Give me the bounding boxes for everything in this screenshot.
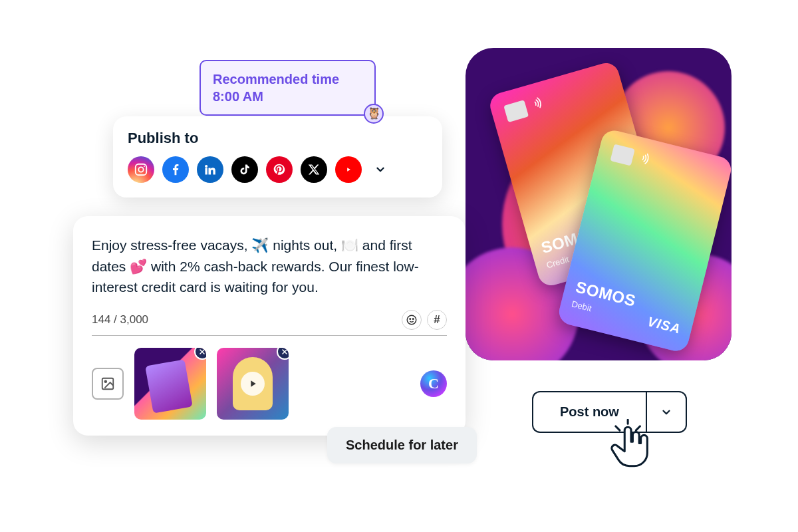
recommended-time-callout: Recommended time 8:00 AM 🦉 — [200, 60, 376, 116]
contactless-icon — [531, 94, 548, 114]
card-chip-icon — [610, 144, 635, 166]
owl-icon: 🦉 — [364, 104, 384, 124]
svg-point-4 — [410, 318, 411, 319]
svg-point-1 — [138, 167, 143, 172]
post-now-split-button: Post now — [532, 391, 687, 433]
contactless-icon — [638, 151, 654, 170]
svg-point-5 — [413, 318, 414, 319]
card-chip-icon — [503, 100, 529, 122]
instagram-icon[interactable] — [128, 156, 154, 183]
social-network-row — [128, 156, 428, 183]
svg-point-7 — [104, 380, 106, 382]
card-network: VISA — [646, 314, 682, 337]
x-icon[interactable] — [301, 156, 327, 183]
tiktok-icon[interactable] — [231, 156, 258, 183]
youtube-icon[interactable] — [335, 156, 362, 183]
svg-marker-10 — [251, 380, 255, 386]
attachment-thumbnail-1[interactable] — [134, 348, 206, 420]
schedule-for-later-button[interactable]: Schedule for later — [327, 427, 477, 464]
svg-point-2 — [144, 166, 145, 167]
facebook-icon[interactable] — [162, 156, 189, 183]
canva-icon[interactable]: C — [420, 370, 447, 397]
publish-to-heading: Publish to — [128, 130, 428, 147]
svg-point-3 — [407, 315, 416, 325]
publish-to-card: Publish to — [113, 116, 442, 198]
svg-rect-0 — [136, 164, 147, 176]
more-networks-chevron-down-icon[interactable] — [371, 160, 390, 179]
play-icon — [241, 372, 265, 396]
recommended-time-value: 8:00 AM — [213, 88, 362, 105]
emoji-picker-button[interactable] — [402, 310, 422, 330]
linkedin-icon[interactable] — [197, 156, 223, 183]
card-type: Credit — [545, 254, 570, 270]
pinterest-icon[interactable] — [266, 156, 293, 183]
composer-counter-row: 144 / 3,000 # — [92, 310, 447, 336]
attachment-row: C — [92, 348, 447, 420]
hero-card-art: SOMOS Credit SOMOS Debit VISA — [466, 48, 732, 360]
attachment-thumbnail-2[interactable] — [217, 348, 289, 420]
post-composer-card: Enjoy stress-free vacays, ✈️ nights out,… — [73, 216, 466, 436]
recommended-time-label: Recommended time — [213, 70, 362, 88]
add-media-button[interactable] — [92, 368, 124, 400]
post-text-input[interactable]: Enjoy stress-free vacays, ✈️ nights out,… — [92, 235, 447, 298]
character-counter: 144 / 3,000 — [92, 313, 148, 327]
post-now-button[interactable]: Post now — [532, 391, 646, 433]
hashtag-button[interactable]: # — [427, 310, 447, 330]
post-now-dropdown-button[interactable] — [646, 391, 687, 433]
card-type: Debit — [571, 299, 593, 313]
